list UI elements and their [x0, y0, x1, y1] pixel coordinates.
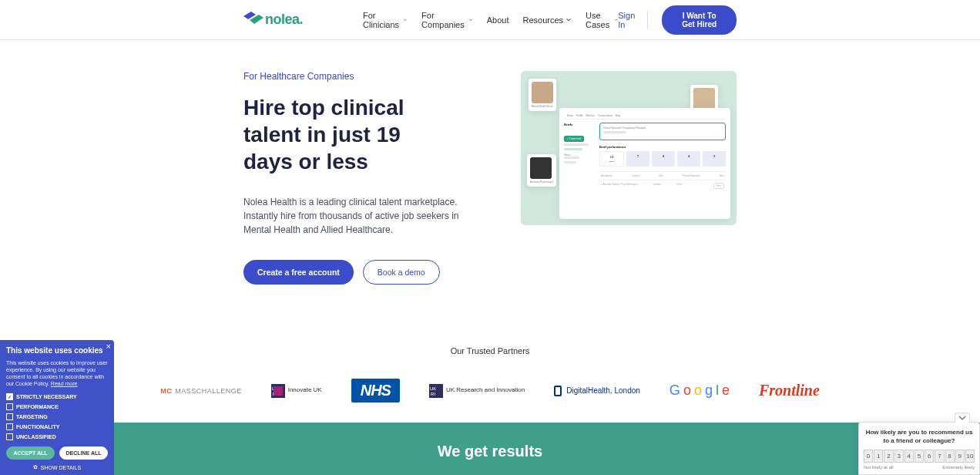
chevron-down-icon: [468, 17, 473, 23]
close-icon[interactable]: ×: [106, 342, 111, 351]
create-account-button[interactable]: Create a free account: [243, 260, 354, 285]
nps-high-label: Extremely likely: [942, 465, 975, 470]
cookie-cat-targeting: TARGETING: [6, 413, 108, 420]
nps-score-3[interactable]: 3: [894, 450, 904, 463]
hero-section: For Healthcare Companies Hire top clinic…: [0, 40, 980, 323]
logo-mark-icon: [243, 12, 263, 29]
hero-title: Hire top clinical talent in just 19days …: [243, 94, 467, 175]
nps-score-5[interactable]: 5: [915, 450, 924, 463]
nps-score-4[interactable]: 4: [904, 450, 914, 463]
nav-about[interactable]: About: [487, 11, 509, 29]
chevron-down-icon: [566, 17, 572, 23]
logo[interactable]: nolea.: [243, 12, 303, 29]
cookie-title: This website uses cookies: [6, 346, 108, 355]
cookie-cat-unclassified: UNCLASSIFIED: [6, 433, 108, 440]
nps-score-1[interactable]: 1: [874, 450, 883, 463]
checkbox-icon[interactable]: [6, 413, 13, 420]
get-hired-button[interactable]: I Want To Get Hired: [662, 5, 737, 35]
partner-frontline: Frontline: [759, 382, 820, 399]
signin-link[interactable]: Sign In: [618, 11, 648, 29]
nps-score-10[interactable]: 10: [965, 450, 975, 463]
checkbox-icon[interactable]: [6, 403, 13, 410]
nav-for-companies[interactable]: For Companies: [421, 11, 473, 29]
chevron-down-icon: [403, 17, 408, 23]
partner-ukri: UKRIUK Research and Innovation: [429, 384, 525, 398]
dashboard-mockup: HomeProfileMatchesConversationsBlog Brie…: [559, 108, 730, 219]
checkbox-icon[interactable]: [6, 433, 13, 440]
hero-eyebrow: For Healthcare Companies: [243, 71, 467, 82]
cookie-cat-functionality: FUNCTIONALITY: [6, 423, 108, 430]
cookie-description: This website uses cookies to improve use…: [6, 359, 108, 387]
logo-text: nolea.: [265, 12, 303, 28]
cookie-readmore-link[interactable]: Read more: [51, 381, 78, 386]
nps-collapse-button[interactable]: [955, 413, 970, 423]
nps-score-9[interactable]: 9: [955, 450, 965, 463]
site-header: nolea. For Clinicians For Companies Abou…: [0, 0, 980, 40]
nps-score-8[interactable]: 8: [945, 450, 955, 463]
accept-all-button[interactable]: ACCEPT ALL: [6, 446, 55, 460]
results-title: We get results: [0, 443, 980, 460]
nav-resources[interactable]: Resources: [522, 11, 572, 29]
nps-scale: 0 1 2 3 4 5 6 7 8 9 10: [864, 450, 975, 463]
chevron-down-icon: [958, 416, 966, 420]
book-demo-button[interactable]: Book a demo: [363, 260, 440, 285]
nps-score-7[interactable]: 7: [935, 450, 944, 463]
avatar-card: Mental Health Nurse: [529, 79, 556, 111]
partners-section: Our Trusted Partners MC MASSCHALLENGE UK…: [0, 323, 980, 423]
nps-low-label: Not likely at all: [864, 465, 894, 470]
hero-illustration: Mental Health Nurse Clinical Psychologis…: [521, 71, 737, 225]
partners-title: Our Trusted Partners: [0, 346, 980, 355]
nav-use-cases[interactable]: Use Cases: [586, 11, 618, 29]
nps-score-2[interactable]: 2: [884, 450, 893, 463]
partner-masschallenge: MC MASSCHALLENGE: [160, 387, 242, 395]
show-details-button[interactable]: ✿SHOW DETAILS: [6, 464, 108, 470]
checkbox-icon[interactable]: ✓: [6, 393, 13, 400]
decline-all-button[interactable]: DECLINE ALL: [59, 446, 108, 460]
nps-score-0[interactable]: 0: [864, 450, 873, 463]
main-nav: For Clinicians For Companies About Resou…: [363, 11, 618, 29]
nps-score-6[interactable]: 6: [925, 450, 934, 463]
checkbox-icon[interactable]: [6, 423, 13, 430]
cookie-cat-performance: PERFORMANCE: [6, 403, 108, 410]
results-section: We get results 67%+ Reduction in cost pe…: [0, 423, 980, 475]
nps-question: How likely are you to recommend us to a …: [864, 429, 975, 445]
partner-nhs: NHS: [351, 379, 400, 403]
hero-description: Nolea Health is a leading clinical talen…: [243, 195, 467, 237]
nps-widget: How likely are you to recommend us to a …: [858, 422, 980, 475]
partner-innovate-uk: UKRIInnovate UK: [271, 384, 322, 398]
avatar-card: Assistant Psychologist: [527, 154, 556, 187]
cookie-banner: × This website uses cookies This website…: [0, 340, 114, 475]
nav-for-clinicians[interactable]: For Clinicians: [363, 11, 408, 29]
gear-icon: ✿: [33, 464, 38, 470]
partner-digitalhealth: DigitalHealth. London: [554, 386, 640, 396]
cookie-cat-necessary: ✓STRICTLY NECESSARY: [6, 393, 108, 400]
partner-google: Google: [670, 382, 730, 399]
